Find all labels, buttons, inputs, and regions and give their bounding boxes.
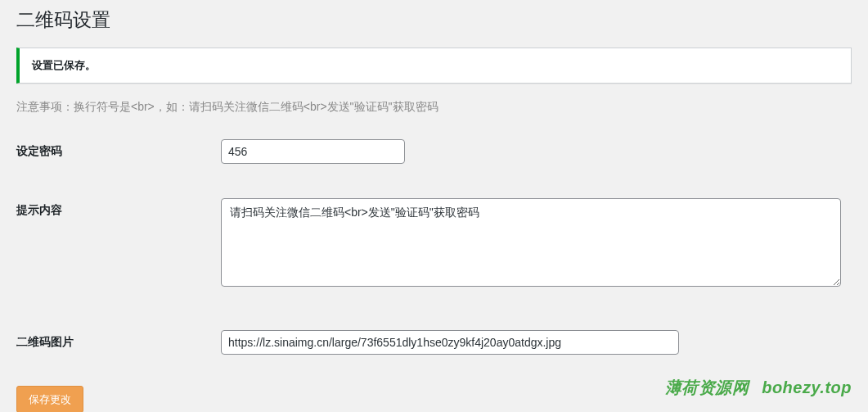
hint-textarea[interactable]: 请扫码关注微信二维码<br>发送"验证码"获取密码 xyxy=(221,198,841,287)
watermark-domain: bohezy.top xyxy=(762,378,852,396)
watermark: 薄荷资源网 bohezy.top xyxy=(665,377,852,399)
notice-success: 设置已保存。 xyxy=(16,48,852,84)
save-button[interactable]: 保存更改 xyxy=(16,386,83,412)
label-hint: 提示内容 xyxy=(16,198,221,218)
password-input[interactable] xyxy=(221,139,405,164)
settings-form: 设定密码 提示内容 请扫码关注微信二维码<br>发送"验证码"获取密码 二维码图… xyxy=(16,139,852,355)
row-hint: 提示内容 请扫码关注微信二维码<br>发送"验证码"获取密码 xyxy=(16,198,852,289)
watermark-site: 薄荷资源网 xyxy=(665,378,749,396)
field-password xyxy=(221,139,852,164)
field-hint: 请扫码关注微信二维码<br>发送"验证码"获取密码 xyxy=(221,198,852,289)
label-qrimage: 二维码图片 xyxy=(16,330,221,350)
notice-message: 设置已保存。 xyxy=(32,58,839,73)
row-qrimage: 二维码图片 xyxy=(16,330,852,355)
field-qrimage xyxy=(221,330,852,355)
qrimage-input[interactable] xyxy=(221,330,679,355)
row-password: 设定密码 xyxy=(16,139,852,164)
note-text: 注意事项：换行符号是<br>，如：请扫码关注微信二维码<br>发送"验证码"获取… xyxy=(16,100,852,115)
page-title: 二维码设置 xyxy=(16,8,852,33)
label-password: 设定密码 xyxy=(16,139,221,159)
